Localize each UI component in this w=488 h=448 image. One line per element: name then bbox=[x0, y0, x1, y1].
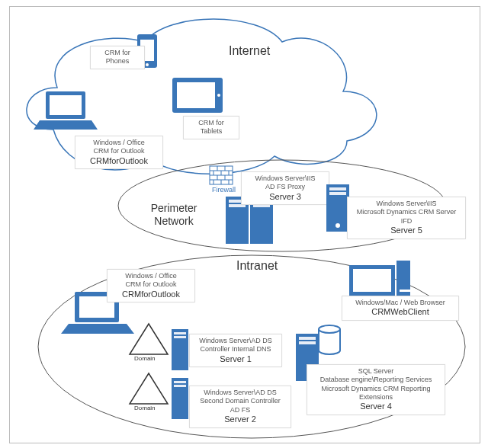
svg-rect-52 bbox=[299, 341, 316, 344]
server4-l2: Database engine\Reporting Services bbox=[312, 376, 440, 384]
svg-point-53 bbox=[319, 325, 340, 333]
server4-l1: SQL Server bbox=[312, 367, 440, 376]
diagram-stage: Internet CRM for Phones CRM for Tablets … bbox=[0, 0, 488, 448]
server4-title: Server 4 bbox=[312, 402, 440, 412]
server4-l3: Microsoft Dynamics CRM Reporting bbox=[312, 385, 440, 393]
server4-l4: Extensions bbox=[312, 393, 440, 402]
server4-box: SQL Server Database engine\Reporting Ser… bbox=[307, 364, 445, 415]
svg-rect-51 bbox=[299, 337, 316, 340]
